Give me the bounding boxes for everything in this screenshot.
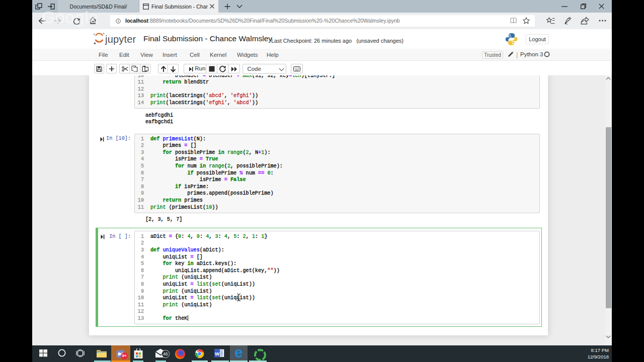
svg-text:W: W [215, 350, 220, 356]
